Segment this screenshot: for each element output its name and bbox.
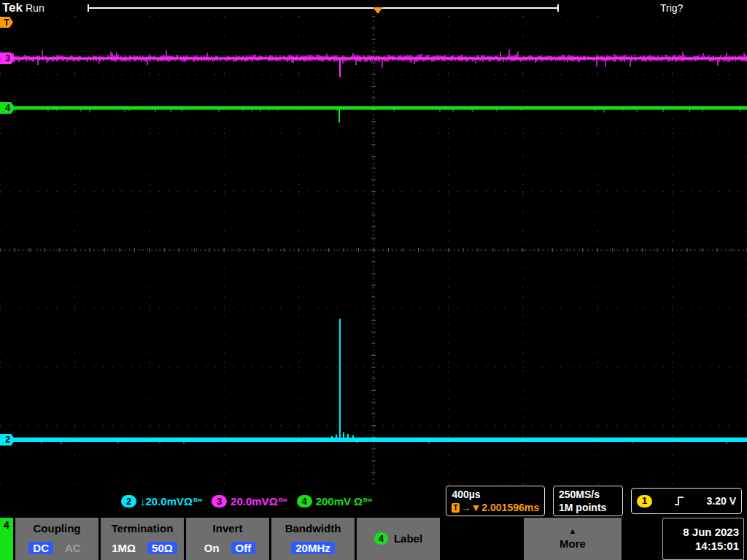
- status-bar: 2 ↓20.0mVΩBw 3 20.0mVΩBw 4 200mVΩBw 400µ…: [0, 484, 747, 518]
- channel4-badge[interactable]: 4: [297, 495, 312, 508]
- label-text: Label: [394, 532, 422, 545]
- coupling-title: Coupling: [34, 522, 81, 534]
- termination-title: Termination: [112, 522, 174, 534]
- trigger-level-value: 3.20 V: [707, 494, 736, 508]
- label-button[interactable]: 4 Label: [357, 518, 440, 560]
- more-text: More: [560, 537, 586, 550]
- label-channel-badge: 4: [374, 532, 388, 545]
- channel4-scale: 200mVΩBw: [316, 495, 372, 508]
- more-button[interactable]: ▲ More: [524, 518, 622, 560]
- invert-button[interactable]: Invert On Off: [186, 518, 269, 560]
- waveform-display: [0, 0, 747, 560]
- termination-button[interactable]: Termination 1MΩ 50Ω: [101, 518, 184, 560]
- channel3-scale: 20.0mVΩBw: [231, 495, 287, 508]
- coupling-ac-option[interactable]: AC: [61, 542, 85, 554]
- coupling-button[interactable]: Coupling DC AC: [15, 518, 98, 560]
- invert-arrow-icon: ↓: [140, 495, 146, 508]
- trigger-delay-readout: T→▼2.001596ms: [452, 501, 539, 514]
- bandwidth-20mhz-option[interactable]: 20MHz: [291, 542, 335, 554]
- trigger-source-badge[interactable]: 1: [637, 495, 652, 508]
- invert-on-option[interactable]: On: [200, 542, 224, 554]
- sample-rate: 250MS/s: [559, 488, 617, 501]
- channel4-menu-tab[interactable]: 4: [0, 518, 13, 560]
- trigger-settings-box[interactable]: 1 3.20 V: [631, 488, 742, 514]
- record-length: 1M points: [559, 501, 617, 514]
- trigger-status-text: Trig?: [660, 2, 683, 14]
- bandwidth-limit-indicator: Bw: [363, 497, 372, 503]
- invert-title: Invert: [213, 522, 243, 534]
- time-text: 14:15:01: [695, 540, 739, 552]
- channel3-badge[interactable]: 3: [212, 495, 227, 508]
- channel-readouts: 2 ↓20.0mVΩBw 3 20.0mVΩBw 4 200mVΩBw: [121, 495, 372, 508]
- oscilloscope-screen: Tek Run Trig? T 3 4 2 2 ↓20.0mVΩBw 3 20.…: [0, 0, 747, 560]
- coupling-dc-option[interactable]: DC: [28, 542, 53, 554]
- channel3-readout[interactable]: 3 20.0mVΩBw: [212, 495, 287, 508]
- bandwidth-limit-indicator: Bw: [193, 497, 202, 503]
- horizontal-settings-box[interactable]: 400µs T→▼2.001596ms: [446, 486, 545, 516]
- channel2-scale: ↓20.0mVΩBw: [140, 495, 202, 508]
- termination-1m-option[interactable]: 1MΩ: [107, 542, 140, 554]
- trigger-t-icon: T: [452, 503, 459, 513]
- up-arrow-icon: ▲: [569, 526, 577, 535]
- date-text: 8 Jun 2023: [683, 526, 739, 538]
- bandwidth-title: Bandwidth: [285, 522, 341, 534]
- channel4-readout[interactable]: 4 200mVΩBw: [297, 495, 372, 508]
- record-view-bar: [88, 4, 559, 12]
- channel-menu-bar: 4 Coupling DC AC Termination 1MΩ 50Ω Inv…: [0, 518, 747, 560]
- acquisition-run-status: Run: [26, 2, 44, 14]
- bandwidth-limit-indicator: Bw: [279, 497, 287, 503]
- trigger-position-icon[interactable]: [373, 7, 383, 14]
- timebase-scale: 400µs: [452, 488, 539, 501]
- channel2-readout[interactable]: 2 ↓20.0mVΩBw: [121, 495, 202, 508]
- channel2-badge[interactable]: 2: [121, 495, 136, 508]
- termination-50ohm-option[interactable]: 50Ω: [147, 542, 177, 554]
- acquisition-info-box[interactable]: 250MS/s 1M points: [553, 486, 623, 516]
- rising-edge-icon: [673, 495, 685, 507]
- delay-arrow-icon: →▼: [461, 501, 481, 514]
- datetime-display: 8 Jun 2023 14:15:01: [662, 518, 744, 560]
- invert-off-option[interactable]: Off: [231, 542, 256, 554]
- bandwidth-button[interactable]: Bandwidth 20MHz: [271, 518, 355, 560]
- tek-logo: Tek: [2, 1, 23, 15]
